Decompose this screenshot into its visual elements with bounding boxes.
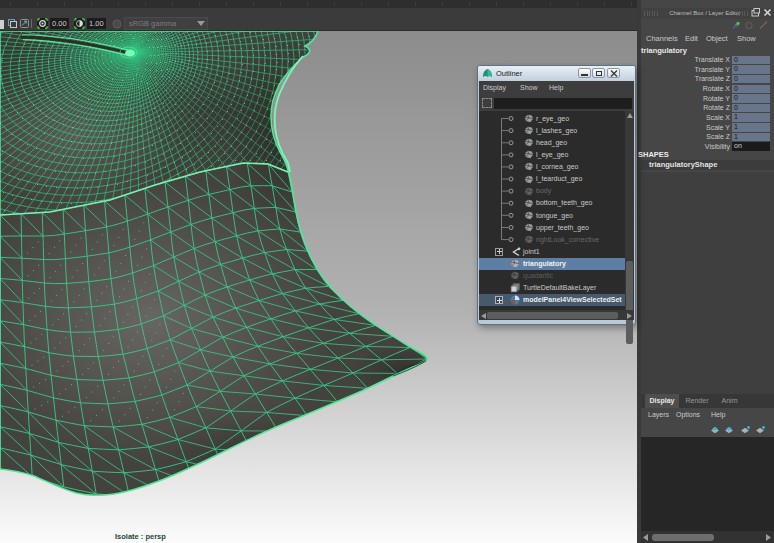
svg-text:Isolate : persp: Isolate : persp	[115, 532, 166, 541]
